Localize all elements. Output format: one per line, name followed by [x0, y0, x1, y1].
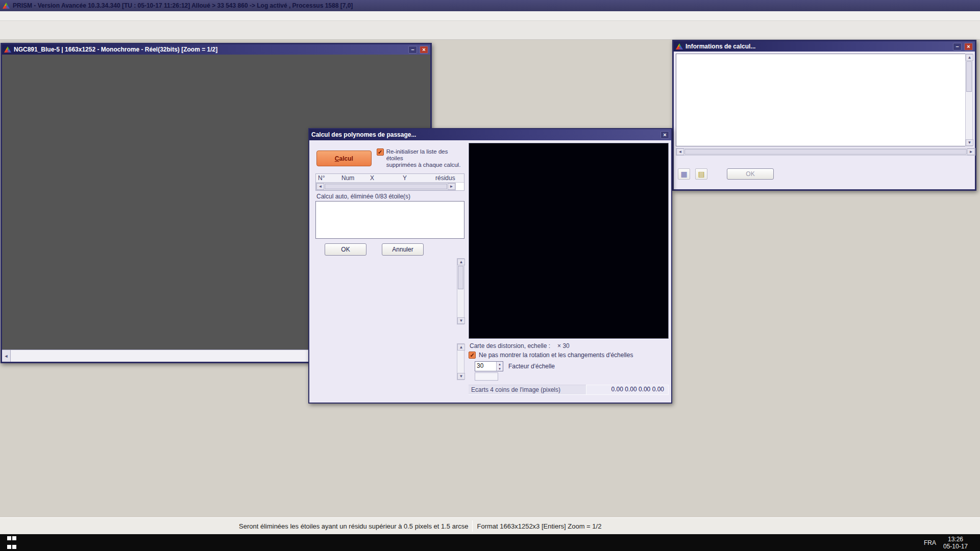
- info-window-title: Informations de calcul...: [685, 43, 950, 50]
- dialog-ok-button[interactable]: OK: [325, 243, 366, 256]
- scroll-down-icon[interactable]: ▼: [966, 139, 973, 146]
- dialog-close-icon[interactable]: ×: [660, 131, 669, 139]
- scroll-right-icon[interactable]: ►: [967, 148, 975, 155]
- log-vscrollbar[interactable]: ▲ ▼: [965, 54, 973, 146]
- image-window-minimize-icon[interactable]: –: [408, 46, 417, 54]
- image-window-icon: [4, 46, 11, 53]
- dialog-title: Calcul des polynomes de passage...: [311, 131, 658, 138]
- star-table[interactable]: N° Num X Y résidus (") ◄ ►: [315, 173, 464, 191]
- app-statusbar: Seront éliminées les étoiles ayant un ré…: [0, 517, 980, 534]
- corners-value: 0.00 0.00 0.00 0.00: [586, 385, 669, 395]
- status-format: Format 1663x1252x3 [Entiers] Zoom = 1/2: [477, 522, 601, 530]
- hide-rotation-checkbox[interactable]: ✓: [469, 352, 476, 359]
- hide-rotation-label: Ne pas montrer la rotation et les change…: [479, 352, 633, 359]
- dialog-right-column: Carte des distorsion, echelle : × 30 ✓ N…: [469, 143, 669, 395]
- dialog-cancel-button[interactable]: Annuler: [382, 243, 424, 256]
- scroll-left-icon[interactable]: ◄: [676, 148, 684, 155]
- scroll-down-icon[interactable]: ▼: [457, 317, 465, 324]
- system-tray: FRA 13:26 05-10-17: [917, 536, 980, 550]
- scroll-up-icon[interactable]: ▲: [966, 54, 973, 61]
- polynomial-formula-box[interactable]: [315, 201, 464, 239]
- image-window-close-icon[interactable]: ×: [420, 46, 428, 54]
- polynomial-dialog: Calcul des polynomes de passage... × Cal…: [308, 128, 672, 404]
- toolbar: [0, 21, 980, 40]
- dialog-titlebar[interactable]: Calcul des polynomes de passage... ×: [309, 129, 671, 140]
- map-caption-label: Carte des distorsion, echelle :: [470, 342, 550, 349]
- calc-log[interactable]: [676, 54, 968, 146]
- log-hscrollbar[interactable]: ◄ ►: [676, 148, 975, 156]
- save-log-button[interactable]: ▦: [678, 168, 690, 180]
- vscroll-thumb[interactable]: [458, 266, 463, 289]
- scroll-left-icon[interactable]: ◄: [316, 183, 324, 190]
- info-window-icon: [676, 43, 683, 49]
- prism-logo-icon: [3, 3, 10, 9]
- spin-up-icon[interactable]: ▲: [497, 362, 503, 366]
- clipboard-icon: ▤: [698, 170, 704, 178]
- star-table-header: N° Num X Y résidus ("): [316, 174, 464, 183]
- vscroll-thumb[interactable]: [966, 61, 972, 92]
- reinit-checkbox[interactable]: ✓: [377, 148, 384, 156]
- clock[interactable]: 13:26 05-10-17: [943, 536, 968, 550]
- image-window-title: NGC891_Blue-5 | 1663x1252 - Monochrome -…: [14, 46, 406, 53]
- dialog-left-column: Calcul ✓ Re-initialiser la liste des éto…: [315, 144, 464, 256]
- empty-field[interactable]: [475, 372, 498, 381]
- info-window-titlebar[interactable]: Informations de calcul... – ×: [674, 41, 975, 52]
- map-scale-value: × 30: [557, 342, 570, 349]
- info-ok-button[interactable]: OK: [727, 168, 774, 180]
- app-titlebar[interactable]: PRISM - Version Avancée 10.3.34.340 [TU …: [0, 0, 980, 11]
- app-title: PRISM - Version Avancée 10.3.34.340 [TU …: [13, 2, 353, 9]
- formula-vscrollbar[interactable]: ▲ ▼: [457, 343, 464, 380]
- hscroll-left-icon[interactable]: ◄: [2, 350, 11, 362]
- language-indicator[interactable]: FRA: [924, 539, 936, 546]
- hscroll-thumb[interactable]: [325, 184, 447, 189]
- scroll-up-icon[interactable]: ▲: [457, 259, 465, 265]
- scale-factor-label: Facteur d'échelle: [508, 363, 555, 370]
- taskbar: FRA 13:26 05-10-17: [0, 534, 980, 551]
- table-vscrollbar[interactable]: ▲ ▼: [457, 258, 464, 324]
- scroll-down-icon[interactable]: ▼: [457, 373, 465, 380]
- image-window-titlebar[interactable]: NGC891_Blue-5 | 1663x1252 - Monochrome -…: [2, 44, 430, 55]
- scroll-right-icon[interactable]: ►: [448, 183, 455, 190]
- scale-factor-spinner[interactable]: 30 ▲▼: [475, 361, 503, 371]
- reinit-checkbox-label: Re-initialiser la liste des étoiles supp…: [386, 148, 464, 168]
- spin-down-icon[interactable]: ▼: [497, 366, 503, 371]
- info-window-footer: ▦ ▤ OK: [674, 159, 975, 189]
- info-window-minimize-icon[interactable]: –: [953, 43, 962, 51]
- table-hscrollbar[interactable]: ◄ ►: [316, 183, 456, 190]
- floppy-icon: ▦: [680, 170, 687, 178]
- corners-label: Ecarts 4 coins de l'image (pixels): [469, 385, 586, 395]
- calcul-button[interactable]: Calcul: [316, 151, 372, 166]
- status-message: Seront éliminées les étoiles ayant un ré…: [239, 522, 468, 530]
- menubar: [0, 11, 980, 21]
- clock-time: 13:26: [943, 536, 968, 543]
- scroll-up-icon[interactable]: ▲: [457, 344, 465, 350]
- distortion-map[interactable]: [469, 143, 669, 339]
- start-button[interactable]: [0, 534, 23, 551]
- auto-calc-label: Calcul auto, éliminée 0/83 étoile(s): [316, 193, 464, 200]
- info-window: Informations de calcul... – × ▲ ▼ ◄ ► ▦ …: [672, 40, 976, 191]
- clock-date: 05-10-17: [943, 543, 968, 550]
- copy-log-button[interactable]: ▤: [695, 168, 707, 180]
- hscroll-thumb[interactable]: [684, 149, 967, 155]
- info-window-close-icon[interactable]: ×: [964, 43, 973, 51]
